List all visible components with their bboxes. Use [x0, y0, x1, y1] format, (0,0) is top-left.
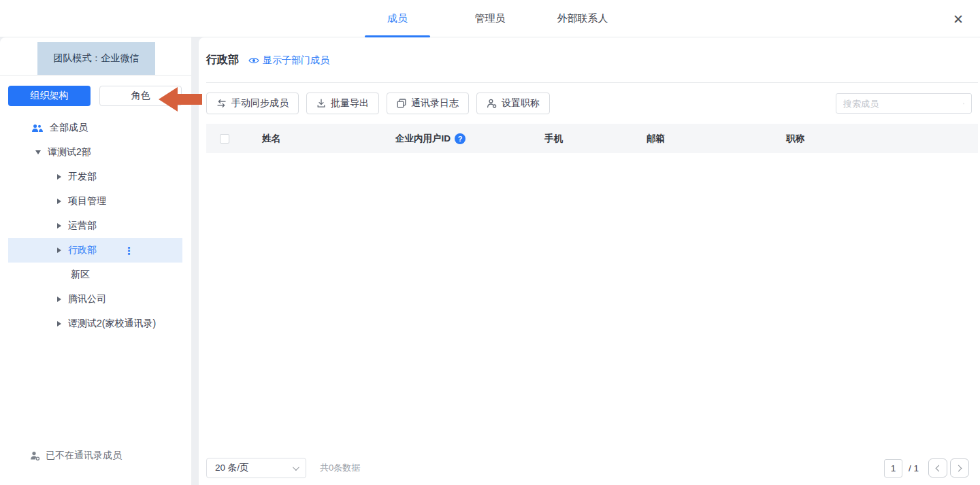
tree-item-tan-test-2-school[interactable]: 谭测试2(家校通讯录) — [8, 312, 182, 336]
tree-item-label: 新区 — [71, 269, 90, 281]
prev-page-button[interactable] — [928, 458, 947, 478]
tree-item-label: 开发部 — [68, 171, 97, 183]
page-size-value: 20 条/页 — [215, 462, 249, 474]
page-total-label: / 1 — [909, 463, 919, 473]
tab-members-label: 成员 — [387, 12, 408, 25]
column-job-title-label: 职称 — [786, 133, 804, 145]
search-input[interactable] — [843, 99, 963, 109]
tree-item-project-mgmt[interactable]: 项目管理 — [8, 189, 182, 214]
page-number-input[interactable] — [884, 459, 902, 478]
tree-item-label: 行政部 — [68, 244, 97, 256]
tab-group: 成员 管理员 外部联系人 — [0, 0, 980, 37]
download-icon — [316, 99, 326, 108]
sidebar-header-divider — [0, 75, 191, 76]
tree-item-admin-dept[interactable]: 行政部 ⋮ — [8, 238, 182, 263]
person-settings-icon — [487, 99, 497, 108]
select-all-checkbox[interactable] — [220, 134, 229, 144]
batch-export-label: 批量导出 — [331, 97, 369, 110]
batch-export-button[interactable]: 批量导出 — [306, 93, 379, 114]
column-user-id-label: 企业内用户ID — [395, 133, 451, 145]
set-title-button[interactable]: 设置职称 — [476, 93, 550, 114]
tab-admins-label: 管理员 — [475, 12, 506, 25]
tree-item-operations-dept[interactable]: 运营部 — [8, 214, 182, 238]
manual-sync-button[interactable]: 手动同步成员 — [206, 93, 299, 114]
main-panel: 行政部 显示子部门成员 手动同步成员 批量导出 — [199, 37, 980, 485]
tree-item-label: 谭测试2部 — [48, 146, 91, 158]
tree-item-label: 运营部 — [68, 220, 97, 232]
chevron-right-icon — [956, 465, 962, 471]
eye-icon — [248, 56, 259, 65]
member-search — [836, 93, 972, 114]
removed-members-entry[interactable]: 已不在通讯录成员 — [30, 450, 122, 462]
header-checkbox-cell — [220, 134, 262, 144]
tree-item-all-members[interactable]: 全部成员 — [8, 116, 182, 140]
tab-admins[interactable]: 管理员 — [457, 0, 523, 37]
manual-sync-label: 手动同步成员 — [231, 97, 289, 110]
tab-external-contacts[interactable]: 外部联系人 — [550, 0, 615, 37]
org-structure-button[interactable]: 组织架构 — [8, 86, 91, 106]
caret-right-icon[interactable] — [57, 297, 61, 302]
annotation-arrow-icon — [159, 86, 202, 113]
column-enterprise-user-id: 企业内用户ID ? — [395, 133, 544, 145]
column-name: 姓名 — [262, 133, 395, 145]
column-name-label: 姓名 — [262, 133, 280, 145]
tree-item-dev-dept[interactable]: 开发部 — [8, 165, 182, 189]
help-icon[interactable]: ? — [455, 133, 466, 144]
contacts-log-button[interactable]: 通讯录日志 — [387, 93, 469, 114]
column-email-label: 邮箱 — [647, 133, 665, 145]
header-divider — [206, 82, 978, 83]
caret-right-icon[interactable] — [57, 223, 61, 229]
column-job-title: 职称 — [786, 133, 978, 145]
caret-right-icon[interactable] — [57, 199, 61, 204]
more-actions-icon[interactable]: ⋮ — [124, 246, 134, 256]
column-mobile: 手机 — [544, 133, 647, 145]
tree-item-tan-test-2-dept[interactable]: 谭测试2部 — [8, 140, 182, 165]
log-icon — [397, 99, 406, 108]
column-email: 邮箱 — [647, 133, 786, 145]
tree-item-label: 谭测试2(家校通讯录) — [68, 318, 156, 330]
caret-right-icon[interactable] — [57, 174, 61, 180]
search-icon — [963, 99, 964, 109]
tree-item-label: 全部成员 — [50, 122, 88, 134]
chevron-down-icon — [293, 464, 299, 471]
total-count-label: 共0条数据 — [320, 462, 360, 474]
removed-members-label: 已不在通讯录成员 — [46, 450, 122, 462]
caret-right-icon[interactable] — [57, 321, 61, 327]
tree-item-new-district[interactable]: 新区 — [8, 263, 182, 287]
caret-right-icon[interactable] — [57, 248, 61, 253]
tab-members[interactable]: 成员 — [365, 0, 430, 37]
next-page-button[interactable] — [950, 458, 969, 478]
tree-item-tencent-company[interactable]: 腾讯公司 — [8, 287, 182, 312]
close-icon[interactable]: ✕ — [947, 8, 969, 30]
page-size-select[interactable]: 20 条/页 — [206, 458, 306, 478]
chevron-left-icon — [936, 465, 943, 471]
department-header: 行政部 显示子部门成员 — [206, 53, 329, 67]
tab-external-contacts-label: 外部联系人 — [557, 12, 608, 25]
show-sub-departments-label: 显示子部门成员 — [263, 54, 329, 67]
caret-down-icon[interactable] — [35, 150, 41, 154]
member-table-header: 姓名 企业内用户ID ? 手机 邮箱 职称 — [206, 124, 978, 153]
pagination: / 1 — [884, 458, 969, 478]
column-mobile-label: 手机 — [544, 133, 563, 145]
set-title-label: 设置职称 — [502, 97, 540, 110]
top-tab-bar: 成员 管理员 外部联系人 ✕ — [0, 0, 980, 37]
team-mode-badge: 团队模式：企业微信 — [37, 42, 155, 75]
tree-item-label: 项目管理 — [68, 195, 106, 207]
page-title: 行政部 — [206, 53, 239, 67]
sync-icon — [216, 99, 227, 108]
department-tree: 全部成员 谭测试2部 开发部 项目管理 运营部 行政部 ⋮ 新区 — [0, 116, 191, 336]
members-group-icon — [31, 123, 43, 133]
sidebar-view-switch: 组织架构 角色 — [8, 86, 182, 106]
removed-member-icon — [30, 451, 40, 461]
show-sub-departments-link[interactable]: 显示子部门成员 — [248, 54, 329, 67]
tree-item-label: 腾讯公司 — [68, 293, 106, 305]
contacts-log-label: 通讯录日志 — [411, 97, 459, 110]
table-footer: 20 条/页 共0条数据 / 1 — [206, 457, 969, 479]
toolbar: 手动同步成员 批量导出 通讯录日志 设置职称 — [206, 93, 550, 114]
